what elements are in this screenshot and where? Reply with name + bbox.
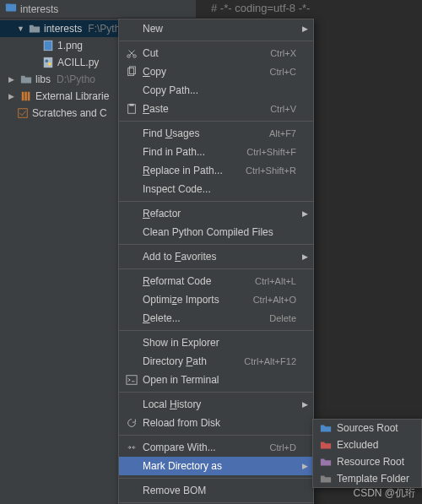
menu-item-optimize-imports[interactable]: Optimize ImportsCtrl+Alt+O [119,290,313,309]
svg-rect-17 [127,376,137,385]
menu-item-inspect-code-[interactable]: Inspect Code... [119,180,313,198]
svg-rect-9 [28,92,30,101]
folder-icon [318,473,333,485]
folder-icon [318,422,333,434]
chevron-right-icon: ▶ [8,92,17,100]
cut-icon [124,47,139,59]
reload-icon [124,417,139,429]
menu-item-delete-[interactable]: Delete...Delete [119,309,313,328]
library-icon [20,90,32,102]
chevron-right-icon: ▶ [302,24,308,33]
submenu-item-excluded[interactable]: Excluded [313,436,421,453]
python-file-icon [42,57,54,68]
svg-rect-10 [19,109,28,118]
menu-item-compare-with-[interactable]: Compare With...Ctrl+D [119,438,313,457]
menu-item-reformat-code[interactable]: Reformat CodeCtrl+Alt+L [119,272,313,290]
paste-icon [124,103,139,115]
mark-directory-submenu: Sources RootExcludedResource RootTemplat… [312,419,422,488]
menu-item-show-in-explorer[interactable]: Show in Explorer [119,333,313,352]
menu-item-copy-path-[interactable]: Copy Path... [119,81,313,100]
chevron-right-icon: ▶ [8,75,17,84]
menu-item-remove-bom[interactable]: Remove BOM [119,481,313,500]
watermark: CSDN @仉珩 [353,486,415,501]
menu-item-cut[interactable]: CutCtrl+X [119,44,313,62]
svg-point-6 [48,62,51,66]
chevron-down-icon: ▼ [17,24,25,33]
svg-rect-4 [44,57,53,68]
submenu-item-template-folder[interactable]: Template Folder [313,470,421,487]
image-file-icon [42,40,54,51]
breadcrumb[interactable]: interests [0,0,196,19]
menu-item-new[interactable]: New▶ [119,19,313,38]
svg-rect-16 [129,104,133,106]
menu-item-paste[interactable]: PasteCtrl+V [119,100,313,118]
svg-rect-3 [45,41,52,51]
menu-item-clean-python-compiled-files[interactable]: Clean Python Compiled Files [119,223,313,241]
menu-item-local-history[interactable]: Local History▶ [119,395,313,414]
svg-rect-8 [24,92,27,101]
folder-icon [20,73,32,85]
submenu-item-sources-root[interactable]: Sources Root [313,420,421,436]
copy-icon [124,66,139,78]
menu-item-open-in-terminal[interactable]: Open in Terminal [119,371,313,389]
menu-item-replace-in-path-[interactable]: Replace in Path...Ctrl+Shift+R [119,161,313,180]
folder-icon [29,23,41,35]
menu-item-find-in-path-[interactable]: Find in Path...Ctrl+Shift+F [119,143,313,161]
menu-item-reload-from-disk[interactable]: Reload from Disk [119,414,313,432]
compare-icon [124,442,139,453]
chevron-right-icon: ▶ [302,400,308,409]
term-icon [124,374,139,386]
scratch-icon [17,107,29,119]
submenu-item-resource-root[interactable]: Resource Root [313,453,421,470]
folder-icon [318,456,333,468]
svg-rect-1 [6,4,10,7]
svg-point-5 [46,60,49,63]
menu-item-mark-directory-as[interactable]: Mark Directory as▶ [119,457,313,475]
context-menu: New▶CutCtrl+XCopyCtrl+CCopy Path...Paste… [118,19,314,504]
folder-icon [318,439,333,451]
chevron-right-icon: ▶ [302,209,308,218]
breadcrumb-title: interests [20,3,58,15]
chevron-right-icon: ▶ [302,252,308,261]
menu-item-refactor[interactable]: Refactor▶ [119,204,313,223]
menu-item-find-usages[interactable]: Find UsagesAlt+F7 [119,124,313,143]
chevron-right-icon: ▶ [302,462,308,470]
svg-rect-7 [22,92,24,101]
menu-item-copy[interactable]: CopyCtrl+C [119,62,313,81]
project-icon [5,2,17,16]
menu-item-directory-path[interactable]: Directory PathCtrl+Alt+F12 [119,352,313,371]
menu-item-add-to-favorites[interactable]: Add to Favorites▶ [119,247,313,266]
